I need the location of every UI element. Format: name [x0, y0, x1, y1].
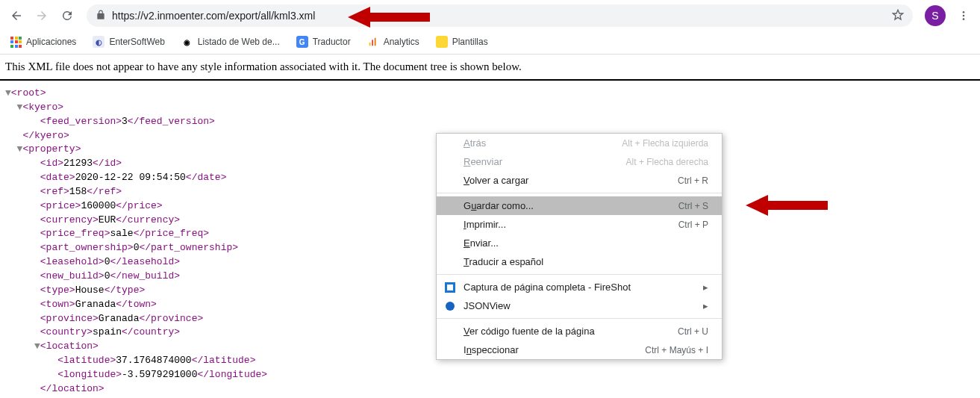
xml-tag: </kyero>: [22, 130, 69, 141]
xml-tag: <longitude>: [57, 369, 122, 380]
xml-info-message: This XML file does not appear to have an…: [0, 55, 980, 81]
reload-button[interactable]: [57, 5, 78, 26]
forward-button[interactable]: [31, 5, 52, 26]
xml-tag: </leasehold>: [110, 256, 180, 267]
xml-value: 3: [122, 116, 128, 127]
avatar-letter: S: [931, 10, 938, 22]
submenu-arrow-icon: ▸: [703, 282, 708, 293]
svg-marker-8: [348, 7, 430, 28]
svg-rect-5: [374, 38, 375, 46]
svg-point-1: [963, 15, 965, 17]
xml-tag: </price>: [116, 200, 162, 211]
collapse-toggle[interactable]: ▼: [5, 87, 11, 99]
favicon: [436, 36, 448, 48]
ctx-view-source[interactable]: Ver código fuente de la páginaCtrl + U: [437, 322, 722, 341]
lock-icon: [96, 10, 106, 22]
apps-button[interactable]: Aplicaciones: [10, 37, 76, 48]
ctx-forward[interactable]: ReenviarAlt + Flecha derecha: [437, 152, 722, 171]
xml-value: EUR: [99, 214, 116, 226]
ctx-print[interactable]: Imprimir...Ctrl + P: [437, 215, 722, 234]
submenu-arrow-icon: ▸: [703, 300, 708, 311]
xml-tag: </feed_version>: [128, 116, 215, 127]
bookmark-label: Plantillas: [452, 37, 488, 47]
xml-tag: <date>: [40, 172, 75, 183]
xml-tag: <latitude>: [57, 355, 116, 366]
menu-button[interactable]: [953, 5, 974, 26]
bookmark-item[interactable]: ◐EnterSoftWeb: [93, 36, 164, 48]
xml-tag: <feed_version>: [40, 116, 122, 127]
bookmark-label: EnterSoftWeb: [109, 37, 164, 47]
xml-value: spain: [93, 326, 122, 338]
svg-point-7: [446, 302, 455, 311]
ctx-inspect[interactable]: InspeccionarCtrl + Mayús + I: [437, 341, 722, 359]
ctx-save-as[interactable]: Guardar como...Ctrl + S: [437, 196, 722, 215]
bookmark-label: Traductor: [313, 37, 351, 47]
ctx-label-u: E: [464, 237, 470, 249]
xml-tag: </type>: [104, 284, 146, 296]
collapse-toggle[interactable]: ▼: [34, 341, 40, 352]
ctx-shortcut: Ctrl + U: [678, 326, 708, 337]
xml-tag: <ref>: [40, 186, 69, 197]
profile-avatar[interactable]: S: [925, 5, 946, 26]
ctx-label-u: R: [464, 156, 470, 167]
xml-tag: </country>: [122, 326, 180, 338]
xml-value: 37.1764874000: [116, 355, 191, 366]
xml-tag: </part_ownership>: [139, 242, 238, 253]
xml-tag: <town>: [40, 299, 75, 310]
bookmark-item[interactable]: Analytics: [367, 36, 419, 48]
ctx-label-u: n: [466, 344, 472, 355]
star-icon[interactable]: [892, 9, 904, 23]
svg-marker-9: [746, 195, 828, 216]
ctx-send[interactable]: Enviar...: [437, 234, 722, 252]
svg-point-0: [963, 11, 965, 13]
xml-tag: <type>: [40, 284, 75, 296]
svg-rect-4: [372, 40, 373, 46]
xml-tag: </currency>: [116, 214, 180, 226]
ctx-shortcut: Ctrl + Mayús + I: [645, 345, 708, 355]
ctx-back[interactable]: AtrásAlt + Flecha izquierda: [437, 134, 722, 152]
bookmark-item[interactable]: GTraductor: [296, 36, 351, 48]
annotation-arrow-icon: [746, 195, 828, 216]
jsonview-icon: [444, 300, 456, 312]
ctx-label-post: ardar como...: [476, 200, 534, 211]
xml-tag: <leasehold>: [40, 256, 104, 267]
ctx-label-u: A: [464, 137, 470, 149]
bookmark-label: Analytics: [384, 37, 419, 47]
xml-tag: <root>: [11, 87, 46, 99]
xml-value: sale: [110, 228, 133, 239]
xml-tag: <location>: [40, 341, 99, 352]
back-button[interactable]: [6, 5, 27, 26]
ctx-translate[interactable]: Traducir a español: [437, 252, 722, 271]
xml-tag: </location>: [40, 383, 104, 394]
ctx-fireshot[interactable]: Captura de página completa - FireShot▸: [437, 278, 722, 296]
ctx-shortcut: Alt + Flecha derecha: [626, 157, 708, 167]
ctx-separator: [437, 193, 722, 193]
xml-value: Granada: [99, 313, 140, 324]
xml-tag: <id>: [40, 158, 63, 169]
favicon: ◐: [93, 36, 104, 48]
ctx-shortcut: Ctrl + P: [678, 220, 708, 230]
xml-value: 158: [69, 186, 87, 197]
ctx-label-u: V: [464, 175, 469, 186]
xml-tag: <part_ownership>: [40, 242, 134, 253]
xml-tag: <price_freq>: [40, 228, 110, 239]
ctx-separator: [437, 318, 722, 319]
ctx-label: Captura de página completa - FireShot: [464, 282, 631, 293]
ctx-reload[interactable]: Volver a cargarCtrl + R: [437, 171, 722, 190]
svg-point-2: [963, 18, 965, 20]
ctx-shortcut: Alt + Flecha izquierda: [622, 138, 708, 149]
xml-tag: <price>: [40, 200, 81, 211]
bookmarks-bar: Aplicaciones ◐EnterSoftWeb ◉Listado de W…: [0, 31, 980, 52]
xml-tag: </price_freq>: [134, 228, 209, 239]
address-bar[interactable]: https://v2.inmoenter.com/export/all/kml3…: [87, 4, 913, 27]
xml-tag: </id>: [93, 158, 122, 169]
context-menu: AtrásAlt + Flecha izquierda ReenviarAlt …: [436, 133, 722, 360]
favicon: [367, 36, 379, 48]
xml-value: Granada: [75, 299, 116, 310]
bookmark-item[interactable]: ◉Listado de Web de...: [181, 36, 280, 48]
ctx-label-pre: G: [464, 200, 471, 211]
xml-tag: <country>: [40, 326, 93, 338]
bookmark-item[interactable]: Plantillas: [436, 36, 488, 48]
ctx-jsonview[interactable]: JSONView▸: [437, 296, 722, 315]
annotation-arrow-icon: [348, 7, 430, 28]
